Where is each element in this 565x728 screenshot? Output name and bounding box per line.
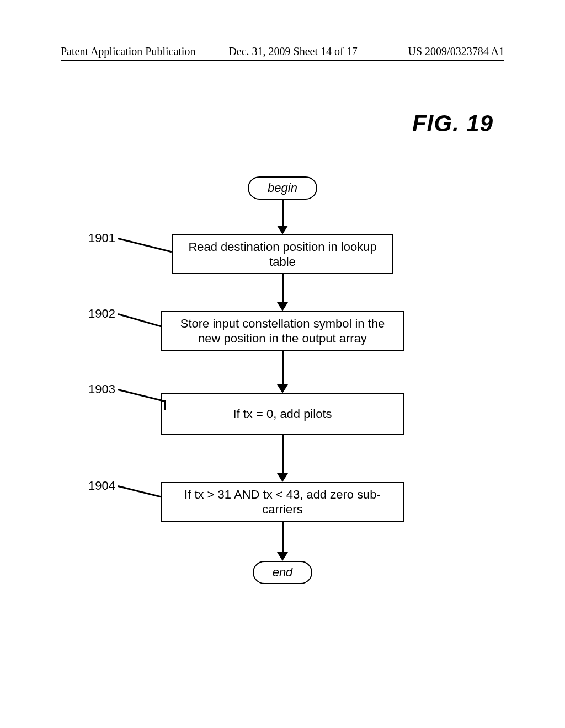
process-1903: If tx = 0, add pilots [161,393,404,435]
terminator-end: end [253,561,313,584]
leader-line [118,238,172,253]
flowchart: begin Read destination position in looku… [0,176,565,584]
header-left: Patent Application Publication [61,45,195,58]
ref-1902: 1902 [88,307,115,321]
terminator-begin: begin [248,176,317,200]
ref-1904: 1904 [88,479,115,493]
process-1901: Read destination position in lookup tabl… [172,234,393,274]
process-1904: If tx > 31 AND tx < 43, add zero sub-car… [161,482,404,522]
leader-line [118,313,162,327]
header-right: US 2009/0323784 A1 [408,45,504,58]
ref-1901: 1901 [88,231,115,245]
figure-title: FIG. 19 [412,110,493,137]
leader-line [164,400,166,410]
ref-1903: 1903 [88,382,115,397]
header-mid: Dec. 31, 2009 Sheet 14 of 17 [228,45,357,58]
leader-line [118,485,162,497]
process-1902: Store input constellation symbol in the … [161,311,404,351]
page-header: Patent Application Publication Dec. 31, … [61,45,504,58]
header-rule [61,60,504,61]
